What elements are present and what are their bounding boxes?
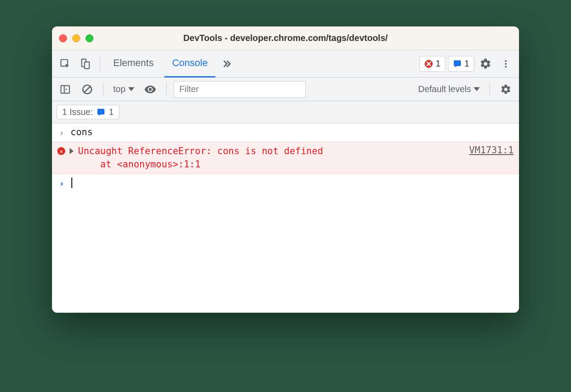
- toolbar-divider: [489, 82, 490, 96]
- console-settings-icon[interactable]: [497, 81, 515, 98]
- inspect-element-icon[interactable]: [56, 55, 74, 73]
- issues-pill-count: 1: [109, 107, 114, 117]
- issues-pill-label: 1 Issue:: [62, 107, 93, 117]
- console-prompt[interactable]: ›: [52, 174, 519, 192]
- window-title: DevTools - developer.chrome.com/tags/dev…: [52, 33, 519, 43]
- main-toolbar: Elements Console 1 1: [52, 50, 519, 78]
- console-error-message: Uncaught ReferenceError: cons is not def…: [78, 145, 456, 171]
- settings-icon[interactable]: [477, 55, 494, 73]
- toolbar-divider: [100, 57, 100, 71]
- svg-rect-2: [85, 62, 89, 68]
- issues-count-value: 1: [464, 59, 469, 69]
- execution-context-label: top: [113, 84, 126, 94]
- live-expression-icon[interactable]: [141, 81, 159, 98]
- show-console-sidebar-icon[interactable]: [56, 81, 74, 98]
- svg-rect-4: [454, 60, 461, 66]
- filter-input[interactable]: [174, 81, 306, 98]
- issues-bar: 1 Issue: 1: [52, 101, 519, 123]
- tab-console[interactable]: Console: [164, 50, 216, 78]
- kebab-menu-icon[interactable]: [497, 55, 515, 73]
- devtools-window: DevTools - developer.chrome.com/tags/dev…: [52, 26, 519, 313]
- issues-pill[interactable]: 1 Issue: 1: [56, 105, 119, 119]
- maximize-window-button[interactable]: [85, 34, 93, 42]
- chevron-down-icon: [474, 87, 480, 91]
- issue-icon: [96, 108, 105, 117]
- chevron-down-icon: [128, 87, 134, 91]
- expand-triangle-icon[interactable]: [70, 148, 74, 154]
- error-icon: ✕: [57, 147, 65, 155]
- error-source-link[interactable]: VM1731:1: [469, 145, 514, 155]
- svg-point-6: [505, 63, 507, 64]
- console-filter-toolbar: top Default levels: [52, 78, 519, 101]
- chevron-right-icon: ›: [59, 178, 65, 189]
- console-input-text: cons: [70, 126, 514, 139]
- console-body: › cons ✕ Uncaught ReferenceError: cons i…: [52, 123, 519, 313]
- titlebar: DevTools - developer.chrome.com/tags/dev…: [52, 26, 519, 50]
- text-caret: [71, 178, 72, 188]
- chevron-right-icon: ›: [59, 128, 65, 138]
- svg-rect-8: [61, 85, 70, 93]
- more-tabs-icon[interactable]: [218, 55, 236, 73]
- svg-line-11: [85, 86, 90, 92]
- svg-point-5: [505, 60, 507, 62]
- log-levels-selector[interactable]: Default levels: [415, 84, 482, 94]
- tab-elements[interactable]: Elements: [105, 50, 162, 78]
- svg-point-7: [505, 66, 507, 67]
- clear-console-icon[interactable]: [78, 81, 96, 98]
- console-input-echo[interactable]: › cons: [52, 123, 519, 142]
- execution-context-selector[interactable]: top: [111, 84, 137, 94]
- toolbar-divider: [103, 82, 104, 96]
- error-count-value: 1: [436, 59, 441, 69]
- traffic-lights: [59, 34, 93, 42]
- console-error-row[interactable]: ✕ Uncaught ReferenceError: cons is not d…: [52, 142, 519, 174]
- console-prompt-input[interactable]: [70, 177, 514, 189]
- device-toolbar-icon[interactable]: [77, 55, 94, 73]
- close-window-button[interactable]: [59, 34, 67, 42]
- svg-rect-12: [97, 109, 104, 115]
- toolbar-divider: [166, 82, 167, 96]
- error-count-button[interactable]: 1: [419, 56, 445, 72]
- issues-count-button[interactable]: 1: [448, 56, 474, 72]
- log-levels-label: Default levels: [418, 84, 471, 94]
- minimize-window-button[interactable]: [72, 34, 80, 42]
